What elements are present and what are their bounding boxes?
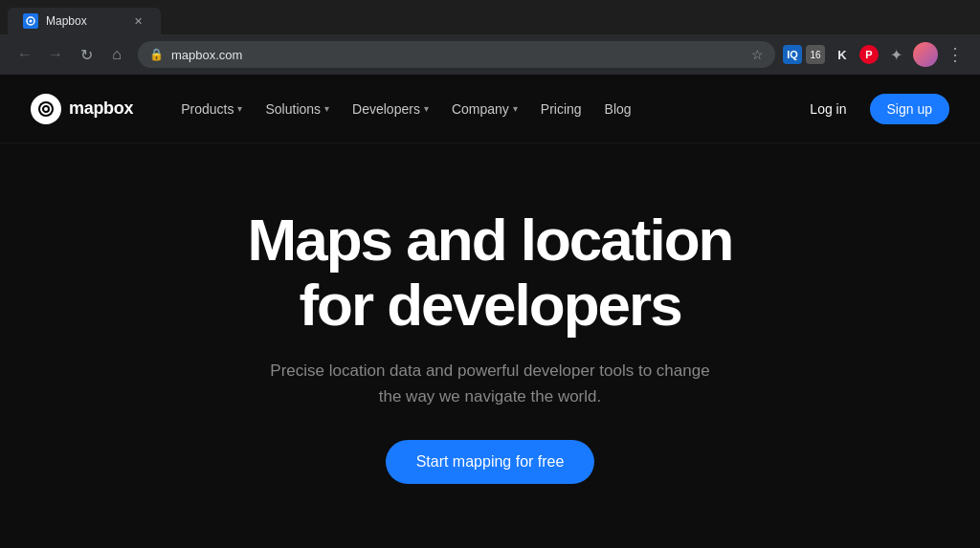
- svg-point-1: [30, 20, 33, 23]
- hero-title: Maps and location for developers: [248, 208, 733, 338]
- tab-favicon: [23, 13, 38, 29]
- chevron-down-icon: ▾: [324, 103, 329, 114]
- back-button[interactable]: ←: [11, 41, 38, 68]
- tab-title: Mapbox: [46, 14, 87, 28]
- site-logo[interactable]: mapbox: [31, 94, 133, 124]
- toolbar-right: IQ 16 K P ✦ ⋮: [783, 41, 969, 68]
- tab-close-button[interactable]: ✕: [130, 13, 145, 29]
- browser-toolbar: ← → ↻ ⌂ 🔒 mapbox.com ☆ IQ 16 K P ✦ ⋮: [0, 34, 980, 75]
- nav-solutions[interactable]: Solutions ▾: [256, 96, 339, 122]
- extension-star-icon[interactable]: ✦: [882, 41, 909, 68]
- browser-chrome: Mapbox ✕ ← → ↻ ⌂ 🔒 mapbox.com ☆ IQ: [0, 0, 980, 75]
- svg-point-4: [44, 107, 48, 111]
- hero-subtitle: Precise location data and powerful devel…: [270, 358, 710, 409]
- url-display: mapbox.com: [171, 48, 744, 62]
- profile-avatar[interactable]: [913, 42, 938, 67]
- nav-actions: Log in Sign up: [794, 94, 949, 124]
- chevron-down-icon: ▾: [237, 103, 242, 114]
- browser-menu-icon[interactable]: ⋮: [942, 41, 969, 68]
- address-bar[interactable]: 🔒 mapbox.com ☆: [138, 41, 775, 68]
- extension-p-icon[interactable]: P: [859, 45, 879, 64]
- chevron-down-icon: ▾: [424, 103, 429, 114]
- bookmark-icon[interactable]: ☆: [751, 47, 764, 62]
- reload-button[interactable]: ↻: [73, 41, 100, 68]
- nav-company[interactable]: Company ▾: [442, 96, 527, 122]
- logo-icon: [31, 94, 61, 124]
- browser-tabs: Mapbox ✕: [0, 0, 980, 34]
- nav-blog[interactable]: Blog: [595, 96, 641, 122]
- lock-icon: 🔒: [149, 48, 164, 61]
- login-button[interactable]: Log in: [794, 94, 861, 124]
- nav-pricing[interactable]: Pricing: [531, 96, 591, 122]
- chevron-down-icon: ▾: [513, 103, 518, 114]
- nav-products[interactable]: Products ▾: [171, 96, 252, 122]
- logo-text: mapbox: [69, 99, 133, 119]
- nav-developers[interactable]: Developers ▾: [343, 96, 438, 122]
- home-button[interactable]: ⌂: [103, 41, 130, 68]
- browser-nav-buttons: ← → ↻ ⌂: [11, 41, 130, 68]
- extensions-icon[interactable]: IQ: [783, 45, 802, 64]
- active-tab[interactable]: Mapbox ✕: [8, 8, 161, 34]
- hero-section: Maps and location for developers Precise…: [0, 143, 980, 548]
- extension-k-icon[interactable]: K: [829, 41, 856, 68]
- signup-button[interactable]: Sign up: [870, 94, 949, 124]
- forward-button[interactable]: →: [42, 41, 69, 68]
- website-content: mapbox Products ▾ Solutions ▾ Developers…: [0, 75, 980, 548]
- cta-button[interactable]: Start mapping for free: [386, 440, 595, 484]
- nav-links: Products ▾ Solutions ▾ Developers ▾ Comp…: [171, 96, 794, 122]
- site-navbar: mapbox Products ▾ Solutions ▾ Developers…: [0, 75, 980, 143]
- extension-2-icon[interactable]: 16: [806, 45, 825, 64]
